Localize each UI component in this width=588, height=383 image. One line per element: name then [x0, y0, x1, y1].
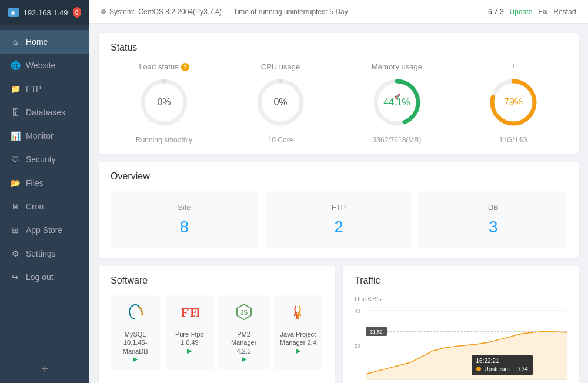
- status-item-memory: Memory usage 🚀 44.1% 3362/7618(MB): [343, 62, 450, 144]
- sidebar-item-website[interactable]: 🌐 Website: [0, 54, 89, 77]
- traffic-unit: Unit:KB/s: [355, 295, 567, 302]
- cpu-usage-label: CPU usage: [261, 62, 300, 71]
- memory-value: 44.1%: [383, 97, 410, 108]
- svg-text:31.52: 31.52: [370, 329, 383, 335]
- software-mysql[interactable]: MySQL 10.1.45-MariaDB ▶: [111, 295, 160, 370]
- overview-grid: Site 8 FTP 2 DB 3: [111, 191, 567, 248]
- overview-site: Site 8: [111, 191, 258, 248]
- pm2-name: PM2 Manager 4.2.3: [224, 330, 264, 355]
- sidebar-nav: ⌂ Home 🌐 Website 📁 FTP 🗄 Databases 📊 Mon…: [0, 25, 89, 355]
- system-label: System:: [109, 8, 135, 16]
- tooltip-upstream-value: : 0.34: [513, 366, 528, 372]
- load-gauge: 0%: [138, 76, 191, 129]
- database-icon: 🗄: [11, 108, 20, 117]
- disk-gauge: 79%: [487, 76, 540, 129]
- status-item-disk: / 79% 11G/14G: [460, 62, 567, 144]
- software-pm2[interactable]: JS PM2 Manager 4.2.3 ▶: [219, 295, 269, 370]
- nodejs-icon: JS: [224, 302, 264, 325]
- website-icon: 🌐: [11, 61, 20, 70]
- java-name: Java Project Manager 2.4: [278, 330, 318, 347]
- ftp-icon: 📁: [11, 84, 20, 94]
- ftpd-icon: FTP d: [169, 302, 209, 325]
- sidebar-item-ftp[interactable]: 📁 FTP: [0, 77, 89, 101]
- sidebar-label-appstore: App Store: [26, 225, 62, 235]
- sidebar-item-settings[interactable]: ⚙ Settings: [0, 242, 89, 265]
- memory-usage-label: Memory usage: [372, 62, 422, 71]
- svg-text:40: 40: [355, 308, 360, 314]
- ftpd-arrow: ▶: [187, 347, 192, 354]
- sidebar-item-home[interactable]: ⌂ Home: [0, 30, 89, 54]
- sidebar-item-security[interactable]: 🛡 Security: [0, 148, 89, 171]
- status-dot: [101, 9, 106, 14]
- disk-sublabel: 11G/14G: [499, 136, 528, 144]
- restart-button[interactable]: Restart: [553, 8, 576, 16]
- load-status-label: Load status ?: [139, 62, 189, 71]
- software-grid: MySQL 10.1.45-MariaDB ▶ FTP d Pure-Ftpd …: [111, 295, 323, 370]
- tooltip-time: 16:22:21: [476, 358, 528, 364]
- sidebar-item-appstore[interactable]: ⊞ App Store: [0, 218, 89, 242]
- sidebar-item-databases[interactable]: 🗄 Databases: [0, 101, 89, 124]
- svg-text:20: 20: [355, 342, 360, 348]
- db-value: 3: [431, 218, 555, 237]
- java-icon: [278, 302, 318, 325]
- add-button[interactable]: +: [0, 355, 89, 383]
- home-icon: ⌂: [11, 37, 20, 46]
- tooltip-row: Upstream : 0.34: [476, 366, 528, 372]
- site-label: Site: [122, 203, 246, 212]
- traffic-tooltip: 16:22:21 Upstream : 0.34: [472, 355, 533, 375]
- version-label: 6.7.3: [488, 8, 504, 16]
- main-content: System: CentOS 8.2.2004(Py3.7.4) Time of…: [89, 0, 588, 383]
- sidebar-label-logout: Log out: [26, 272, 54, 282]
- settings-icon: ⚙: [11, 249, 20, 258]
- overview-db: DB 3: [419, 191, 567, 248]
- sidebar-label-ftp: FTP: [26, 84, 41, 94]
- mysql-arrow: ▶: [133, 355, 138, 362]
- status-grid: Load status ? 0% Running smoothly: [111, 62, 567, 144]
- software-title: Software: [111, 275, 323, 286]
- chart-area: 40 20 31.52: [355, 305, 567, 380]
- traffic-title: Traffic: [355, 275, 567, 286]
- sidebar-item-files[interactable]: 📂 Files: [0, 171, 89, 195]
- monitor-nav-icon: 📊: [11, 131, 20, 141]
- pm2-arrow: ▶: [242, 355, 246, 362]
- overview-card: Overview Site 8 FTP 2 DB 3: [99, 162, 579, 258]
- java-arrow: ▶: [296, 347, 300, 354]
- question-icon: ?: [181, 63, 189, 71]
- status-item-load: Load status ? 0% Running smoothly: [111, 62, 218, 144]
- ftpd-name: Pure-Ftpd 1.0.49: [169, 330, 209, 347]
- ftp-value: 2: [277, 218, 401, 237]
- sidebar-item-cron[interactable]: 🖥 Cron: [0, 195, 89, 218]
- sidebar-label-security: Security: [26, 155, 56, 164]
- topbar: System: CentOS 8.2.2004(Py3.7.4) Time of…: [89, 0, 588, 24]
- sidebar-item-logout[interactable]: ↪ Log out: [0, 265, 89, 289]
- bottom-row: Software MySQL 10.1.45-MariaDB: [99, 266, 579, 383]
- notification-badge: 0: [73, 7, 81, 18]
- mysql-icon: [115, 302, 155, 325]
- monitor-icon: ▣: [8, 8, 19, 17]
- server-ip: 192.168.1.49: [24, 8, 68, 17]
- svg-point-9: [141, 313, 143, 315]
- software-ftpd[interactable]: FTP d Pure-Ftpd 1.0.49 ▶: [165, 295, 214, 370]
- svg-text:d: d: [192, 309, 196, 318]
- sidebar-label-home: Home: [26, 37, 48, 46]
- sidebar-label-website: Website: [26, 61, 55, 70]
- memory-sublabel: 3362/7618(MB): [373, 136, 422, 144]
- tooltip-dot: [476, 367, 481, 371]
- overview-ftp: FTP 2: [265, 191, 413, 248]
- software-java[interactable]: Java Project Manager 2.4 ▶: [273, 295, 323, 370]
- disk-value: 79%: [504, 97, 523, 108]
- sidebar-item-monitor[interactable]: 📊 Monitor: [0, 124, 89, 148]
- logout-icon: ↪: [11, 272, 20, 282]
- software-card: Software MySQL 10.1.45-MariaDB: [99, 266, 335, 383]
- update-button[interactable]: Update: [510, 8, 533, 16]
- load-sublabel: Running smoothly: [136, 136, 192, 144]
- tooltip-upstream-label: Upstream: [485, 366, 510, 372]
- sidebar-label-cron: Cron: [26, 202, 44, 211]
- db-label: DB: [431, 203, 555, 212]
- traffic-card: Traffic Unit:KB/s 40 20 31.52: [343, 266, 579, 383]
- sidebar-label-settings: Settings: [26, 249, 56, 258]
- status-title: Status: [111, 42, 567, 53]
- shield-icon: 🛡: [11, 155, 20, 164]
- fix-button[interactable]: Fix: [538, 8, 547, 16]
- svg-text:FTP: FTP: [181, 306, 199, 319]
